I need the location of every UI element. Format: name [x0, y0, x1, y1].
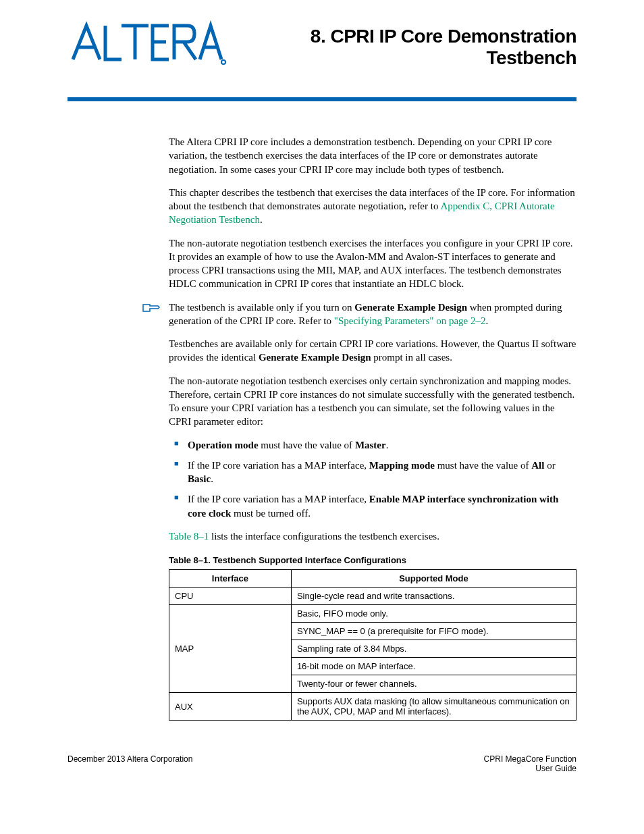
footer-left: December 2013 Altera Corporation [68, 754, 192, 773]
table-header: Interface [169, 570, 292, 588]
page-header: 8. CPRI IP Core Demonstration Testbench [68, 20, 576, 70]
table-link[interactable]: Table 8–1 [169, 531, 209, 542]
footer-doc-subtitle: User Guide [484, 764, 576, 773]
text: prompt in all cases. [371, 352, 452, 363]
table-cell: Sampling rate of 3.84 Mbps. [291, 640, 576, 658]
table-header: Supported Mode [291, 570, 576, 588]
bold-text: Generate Example Design [354, 302, 467, 313]
paragraph: Testbenches are available only for certa… [169, 337, 576, 365]
bold-text: Basic [188, 473, 211, 484]
bold-text: Generate Example Design [259, 352, 371, 363]
text: must have the value of [259, 440, 355, 450]
table-cell: AUX [169, 693, 292, 721]
bold-text: All [531, 460, 544, 471]
paragraph: The Altera CPRI IP core includes a demon… [169, 135, 576, 176]
table-cell: 16-bit mode on MAP interface. [291, 658, 576, 675]
paragraph: The non-autorate negotiation testbench e… [169, 236, 576, 291]
svg-point-1 [222, 61, 225, 63]
paragraph: The non-autorate negotiation testbench e… [169, 374, 576, 429]
table-cell: SYNC_MAP == 0 (a prerequisite for FIFO m… [291, 623, 576, 640]
page-link[interactable]: "Specifying Parameters" on page 2–2 [334, 315, 486, 326]
footer-doc-title: CPRI MegaCore Function [484, 754, 576, 764]
text: The testbench is available only if you t… [169, 302, 354, 313]
table-cell: Twenty-four or fewer channels. [291, 675, 576, 693]
hand-pointer-icon [142, 302, 161, 317]
content-area: The Altera CPRI IP core includes a demon… [169, 135, 576, 721]
paragraph: Table 8–1 lists the interface configurat… [169, 529, 576, 543]
text: lists the interface configurations the t… [209, 531, 439, 542]
table-cell: MAP [169, 605, 292, 693]
altera-logo [68, 20, 226, 70]
list-item: If the IP core variation has a MAP inter… [169, 459, 576, 486]
text: . [386, 440, 389, 450]
text: must be turned off. [231, 508, 311, 519]
text: or [544, 460, 555, 471]
list-item: If the IP core variation has a MAP inter… [169, 492, 576, 520]
table-row: MAP Basic, FIFO mode only. [169, 605, 576, 623]
table-cell: Single-cycle read and write transactions… [291, 588, 576, 605]
bold-text: Mapping mode [369, 460, 435, 471]
header-divider [68, 97, 576, 101]
note-block: The testbench is available only if you t… [169, 301, 576, 328]
bold-text: Master [355, 440, 386, 450]
table-row: AUX Supports AUX data masking (to allow … [169, 693, 576, 721]
text: If the IP core variation has a MAP inter… [188, 494, 369, 504]
page-footer: December 2013 Altera Corporation CPRI Me… [68, 754, 576, 773]
paragraph: This chapter describes the testbench tha… [169, 186, 576, 227]
table-row: CPU Single-cycle read and write transact… [169, 588, 576, 605]
bold-text: Operation mode [188, 440, 259, 450]
text: must have the value of [435, 460, 531, 471]
text: . [485, 315, 488, 326]
interface-config-table: Interface Supported Mode CPU Single-cycl… [169, 569, 576, 721]
bullet-list: Operation mode must have the value of Ma… [169, 438, 576, 520]
table-cell: CPU [169, 588, 292, 605]
table-cell: Basic, FIFO mode only. [291, 605, 576, 623]
footer-right: CPRI MegaCore Function User Guide [484, 754, 576, 773]
text: . [260, 214, 263, 225]
list-item: Operation mode must have the value of Ma… [169, 438, 576, 452]
text: If the IP core variation has a MAP inter… [188, 460, 369, 471]
table-caption: Table 8–1. Testbench Supported Interface… [169, 555, 576, 565]
chapter-title: 8. CPRI IP Core Demonstration Testbench [240, 20, 576, 69]
table-cell: Supports AUX data masking (to allow simu… [291, 693, 576, 721]
text: . [211, 473, 213, 484]
paragraph: The testbench is available only if you t… [169, 301, 576, 328]
